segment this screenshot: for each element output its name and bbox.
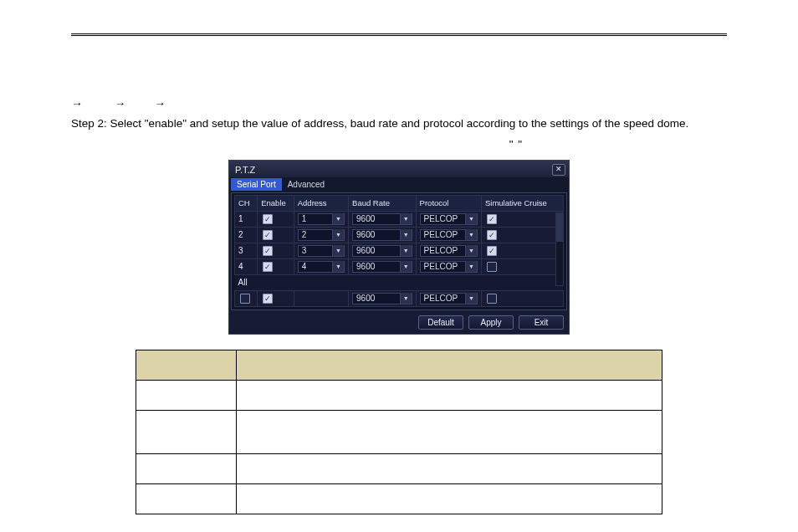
apply-button[interactable]: Apply bbox=[468, 315, 514, 330]
simcruise-checkbox[interactable]: ✓ bbox=[487, 214, 497, 224]
th-enable: Enable bbox=[258, 195, 294, 211]
chevron-down-icon: ▼ bbox=[400, 229, 412, 240]
vertical-scrollbar[interactable] bbox=[555, 212, 564, 286]
chevron-down-icon: ▼ bbox=[332, 261, 344, 272]
arrow-icon: → bbox=[154, 95, 166, 112]
chevron-down-icon: ▼ bbox=[400, 213, 412, 224]
th-protocol: Protocol bbox=[416, 195, 481, 211]
def-th-desc bbox=[237, 350, 662, 380]
chevron-down-icon: ▼ bbox=[465, 261, 477, 272]
def-cell bbox=[237, 410, 662, 453]
protocol-select[interactable]: PELCOP▼ bbox=[420, 245, 478, 257]
table-row: 3 ✓ 3▼ 9600▼ PELCOP▼ ✓ bbox=[235, 243, 564, 258]
chevron-down-icon: ▼ bbox=[332, 229, 344, 240]
address-select[interactable]: 1▼ bbox=[298, 213, 345, 225]
chevron-down-icon: ▼ bbox=[400, 261, 412, 272]
chevron-down-icon: ▼ bbox=[465, 229, 477, 240]
table-row: 2 ✓ 2▼ 9600▼ PELCOP▼ ✓ bbox=[235, 227, 564, 243]
address-select[interactable]: 3▼ bbox=[298, 245, 345, 257]
chevron-down-icon: ▼ bbox=[332, 213, 344, 224]
chevron-down-icon: ▼ bbox=[332, 245, 344, 256]
all-row: ✓ ✓ 9600▼ PELCOP▼ ✓ bbox=[235, 290, 564, 306]
simcruise-checkbox[interactable]: ✓ bbox=[487, 230, 497, 240]
th-simcruise: Simulative Cruise bbox=[481, 195, 563, 211]
enable-checkbox[interactable]: ✓ bbox=[263, 246, 273, 256]
all-select-checkbox[interactable]: ✓ bbox=[240, 294, 250, 304]
table-row: 1 ✓ 1▼ 9600▼ PELCOP▼ ✓ bbox=[235, 211, 564, 227]
def-cell bbox=[136, 380, 237, 410]
def-cell bbox=[136, 410, 237, 453]
all-label-row: All bbox=[235, 274, 564, 290]
definitions-table bbox=[136, 350, 662, 514]
def-cell bbox=[237, 380, 662, 410]
th-ch: CH bbox=[235, 195, 258, 211]
enable-checkbox[interactable]: ✓ bbox=[263, 214, 273, 224]
protocol-select[interactable]: PELCOP▼ bbox=[420, 261, 478, 273]
chevron-down-icon: ▼ bbox=[400, 245, 412, 256]
table-row: 4 ✓ 4▼ 9600▼ PELCOP▼ ✓ bbox=[235, 258, 564, 274]
baud-select[interactable]: 9600▼ bbox=[352, 229, 412, 241]
protocol-select[interactable]: PELCOP▼ bbox=[420, 229, 478, 241]
def-cell bbox=[237, 453, 662, 483]
quote-glyphs: " " bbox=[508, 136, 524, 153]
protocol-select[interactable]: PELCOP▼ bbox=[420, 213, 478, 225]
baud-select[interactable]: 9600▼ bbox=[352, 213, 412, 225]
def-cell bbox=[237, 483, 662, 514]
cell-ch: 3 bbox=[235, 243, 258, 258]
simcruise-checkbox[interactable]: ✓ bbox=[487, 262, 497, 272]
cell-ch: 4 bbox=[235, 258, 258, 274]
baud-all-select[interactable]: 9600▼ bbox=[352, 293, 412, 304]
arrow-icon: → bbox=[71, 95, 83, 112]
tab-serial-port[interactable]: Serial Port bbox=[231, 178, 282, 191]
th-address: Address bbox=[294, 195, 348, 211]
cell-ch: 2 bbox=[235, 227, 258, 243]
enable-checkbox[interactable]: ✓ bbox=[263, 262, 273, 272]
all-label: All bbox=[235, 274, 564, 290]
chevron-down-icon: ▼ bbox=[465, 213, 477, 224]
simcruise-checkbox[interactable]: ✓ bbox=[487, 246, 497, 256]
cell-ch: 1 bbox=[235, 211, 258, 227]
def-cell bbox=[136, 483, 237, 514]
def-cell bbox=[136, 453, 237, 483]
arrow-icon: → bbox=[115, 95, 126, 112]
chevron-down-icon: ▼ bbox=[465, 245, 477, 256]
chevron-down-icon: ▼ bbox=[400, 293, 412, 304]
th-baud: Baud Rate bbox=[349, 195, 417, 211]
step2-text: Step 2: Select "enable" and setup the va… bbox=[71, 115, 727, 132]
default-button[interactable]: Default bbox=[418, 315, 463, 330]
simcruise-all-checkbox[interactable]: ✓ bbox=[487, 294, 497, 304]
close-icon[interactable]: ✕ bbox=[552, 164, 565, 176]
tab-advanced[interactable]: Advanced bbox=[282, 178, 330, 191]
baud-select[interactable]: 9600▼ bbox=[352, 261, 412, 273]
page-divider bbox=[71, 33, 727, 36]
ptz-dialog: P.T.Z ✕ Serial Port Advanced CH Enable A… bbox=[228, 160, 570, 335]
step3-line: " " bbox=[71, 136, 727, 153]
chevron-down-icon: ▼ bbox=[465, 293, 477, 304]
enable-checkbox[interactable]: ✓ bbox=[263, 230, 273, 240]
enable-all-checkbox[interactable]: ✓ bbox=[263, 294, 273, 304]
dialog-title: P.T.Z bbox=[235, 165, 255, 175]
exit-button[interactable]: Exit bbox=[519, 315, 564, 330]
baud-select[interactable]: 9600▼ bbox=[352, 245, 412, 257]
step1-line: → → → bbox=[71, 95, 727, 112]
dialog-body: CH Enable Address Baud Rate Protocol Sim… bbox=[231, 192, 567, 310]
dialog-titlebar: P.T.Z ✕ bbox=[229, 161, 569, 177]
address-select[interactable]: 4▼ bbox=[298, 261, 345, 273]
address-select[interactable]: 2▼ bbox=[298, 229, 345, 241]
protocol-all-select[interactable]: PELCOP▼ bbox=[420, 293, 478, 304]
def-th-param bbox=[136, 350, 237, 380]
